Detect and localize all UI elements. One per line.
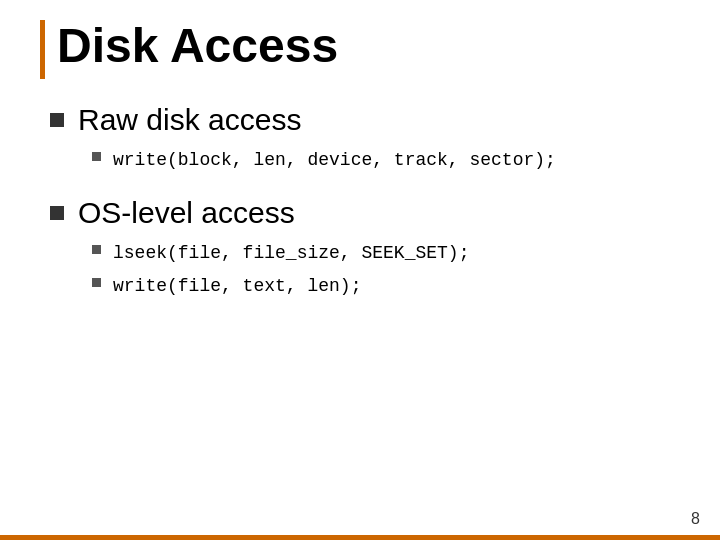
slide-title: Disk Access	[40, 20, 680, 79]
bullet-main-os: OS-level access	[50, 196, 680, 230]
sub-bullet-os-1: lseek(file, file_size, SEEK_SET);	[92, 240, 680, 267]
bullet-main-raw: Raw disk access	[50, 103, 680, 137]
bullet-main-text-raw: Raw disk access	[78, 103, 301, 137]
page-number: 8	[691, 510, 700, 528]
sub-bullet-text-os-2: write(file, text, len);	[113, 273, 361, 300]
sub-bullet-text-os-1: lseek(file, file_size, SEEK_SET);	[113, 240, 469, 267]
bullet-main-text-os: OS-level access	[78, 196, 295, 230]
slide-content: Raw disk access write(block, len, device…	[40, 103, 680, 510]
sub-bullet-square-icon	[92, 152, 101, 161]
slide: Disk Access Raw disk access write(block,…	[0, 0, 720, 540]
sub-bullets-os: lseek(file, file_size, SEEK_SET); write(…	[50, 240, 680, 300]
sub-bullet-square-icon-2	[92, 245, 101, 254]
sub-bullet-text-raw-1: write(block, len, device, track, sector)…	[113, 147, 556, 174]
sub-bullet-square-icon-3	[92, 278, 101, 287]
bottom-bar	[0, 535, 720, 540]
sub-bullet-raw-1: write(block, len, device, track, sector)…	[92, 147, 680, 174]
bullet-square-icon-2	[50, 206, 64, 220]
bullet-square-icon	[50, 113, 64, 127]
sub-bullet-os-2: write(file, text, len);	[92, 273, 680, 300]
bullet-raw-disk: Raw disk access write(block, len, device…	[50, 103, 680, 174]
bullet-os-level: OS-level access lseek(file, file_size, S…	[50, 196, 680, 300]
sub-bullets-raw: write(block, len, device, track, sector)…	[50, 147, 680, 174]
